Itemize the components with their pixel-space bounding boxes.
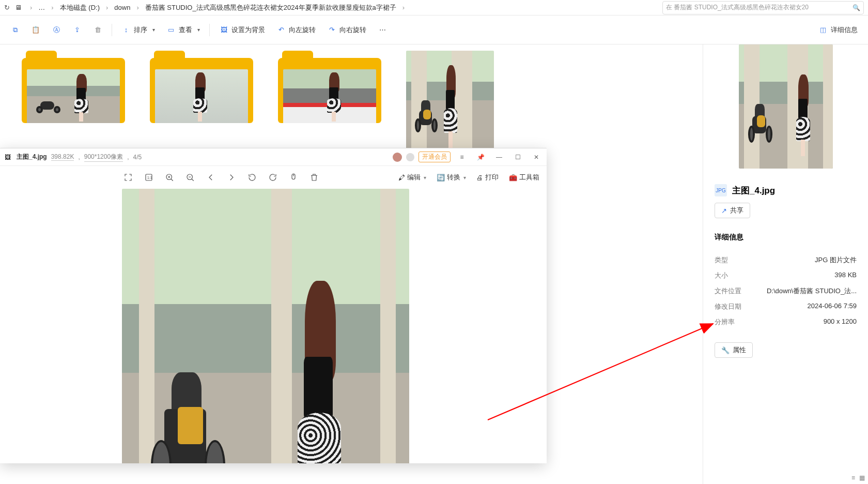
viewer-filename: 主图_4.jpg [17, 153, 47, 161]
search-placeholder: 在 番茄酱 STUDIO_法式高级感黑色碎花连衣裙女20 [666, 3, 853, 12]
viewer-toolbar: 1:1 🖍编辑 🔄转换 🖨打印 🧰工具箱 [0, 166, 547, 189]
more-button[interactable]: ⋯ [373, 20, 392, 40]
properties-button[interactable]: 🔧 属性 [715, 342, 753, 358]
details-list: 类型JPG 图片文件 大小398 KB 文件位置D:\down\番茄酱 STUD… [710, 249, 861, 333]
edit-icon: 🖍 [398, 174, 405, 182]
paste-button[interactable]: 📋 [26, 20, 45, 40]
avatar-icon [393, 153, 402, 162]
details-toggle-button[interactable]: ◫详细信息 [813, 20, 863, 40]
paste-icon: 📋 [31, 25, 40, 35]
detail-row-modified: 修改日期2024-06-06 7:59 [715, 302, 857, 311]
view-dropdown[interactable]: ▭查看 [161, 20, 205, 40]
close-button[interactable]: ✕ [529, 150, 544, 164]
mouse-mode-button[interactable] [284, 168, 303, 187]
breadcrumb-more[interactable]: … [38, 4, 45, 11]
chevron-right-icon: › [106, 4, 108, 11]
share-icon: ↗ [721, 207, 727, 215]
sort-icon: ↕ [121, 25, 131, 35]
fit-button[interactable]: 1:1 [140, 168, 158, 187]
rename-button[interactable]: Ⓐ [47, 20, 66, 40]
image-viewer-window: 🖼 主图_4.jpg 398.82K , 900*1200像素 , 4/5 开通… [0, 148, 547, 463]
set-background-button[interactable]: 🖼设置为背景 [214, 20, 270, 40]
menu-icon[interactable]: ≡ [455, 150, 469, 164]
next-button[interactable] [222, 168, 241, 187]
zoom-out-button[interactable] [181, 168, 199, 187]
detail-row-location: 文件位置D:\down\番茄酱 STUDIO_法... [715, 286, 857, 296]
rotate-left-button[interactable]: ↶向左旋转 [271, 20, 321, 40]
user-chip[interactable] [393, 153, 402, 162]
viewer-titlebar[interactable]: 🖼 主图_4.jpg 398.82K , 900*1200像素 , 4/5 开通… [0, 148, 547, 166]
share-icon: ⇪ [72, 25, 82, 35]
viewer-filesize: 398.82K [51, 153, 74, 161]
rotate-left-icon: ↶ [276, 25, 286, 35]
status-bar: ≡ ▦ [837, 472, 868, 484]
svg-text:1:1: 1:1 [147, 176, 152, 179]
wrench-icon: 🔧 [721, 346, 730, 354]
search-input[interactable]: 在 番茄酱 STUDIO_法式高级感黑色碎花连衣裙女20 🔍 [662, 1, 864, 14]
zoom-in-button[interactable] [160, 168, 179, 187]
copy-button[interactable]: ⧉ [5, 20, 25, 40]
sort-dropdown[interactable]: ↕排序 [116, 20, 160, 40]
rotate-right-button[interactable]: ↷向右旋转 [322, 20, 371, 40]
folder-item[interactable] [150, 51, 253, 152]
print-icon: 🖨 [476, 174, 483, 182]
trash-icon: 🗑 [93, 25, 102, 35]
chevron-right-icon: › [51, 4, 53, 11]
edit-dropdown[interactable]: 🖍编辑 [394, 168, 430, 187]
preview-image [739, 44, 833, 169]
status-dot [406, 153, 414, 161]
breadcrumb-disk[interactable]: 本地磁盘 (D:) [60, 3, 100, 12]
viewer-counter: 4/5 [133, 154, 142, 161]
detail-row-type: 类型JPG 图片文件 [715, 255, 857, 265]
details-panel: JPG 主图_4.jpg ↗ 共享 详细信息 类型JPG 图片文件 大小398 … [703, 44, 868, 484]
share-button[interactable]: ⇪ [67, 20, 87, 40]
rotate-left-label: 向左旋转 [289, 25, 316, 35]
file-item[interactable] [406, 51, 494, 152]
fullscreen-button[interactable] [119, 168, 137, 187]
rotate-right-button[interactable] [264, 168, 282, 187]
copy-icon: ⧉ [10, 25, 20, 35]
grid-view-icon[interactable]: ▦ [859, 474, 865, 481]
folder-item[interactable] [278, 51, 381, 152]
breadcrumb-down[interactable]: down [114, 4, 130, 11]
file-name: 主图_4.jpg [732, 185, 775, 196]
chevron-right-icon: › [136, 4, 138, 11]
details-heading: 详细信息 [715, 233, 743, 242]
print-button[interactable]: 🖨打印 [472, 168, 503, 187]
maximize-button[interactable]: ☐ [510, 150, 525, 164]
share-label: 共享 [730, 206, 743, 215]
chevron-right-icon: › [30, 4, 32, 11]
chevron-right-icon: › [402, 4, 405, 11]
main-area: JPG 主图_4.jpg ↗ 共享 详细信息 类型JPG 图片文件 大小398 … [0, 44, 868, 484]
rotate-left-button[interactable] [243, 168, 261, 187]
detail-row-size: 大小398 KB [715, 271, 857, 280]
convert-dropdown[interactable]: 🔄转换 [432, 168, 470, 187]
minimize-button[interactable]: — [492, 150, 506, 164]
rename-icon: Ⓐ [52, 25, 61, 35]
viewer-canvas[interactable] [0, 189, 547, 463]
detail-row-resolution: 分辨率900 x 1200 [715, 317, 857, 327]
folder-item[interactable] [22, 51, 125, 152]
this-pc-icon[interactable]: 🖥 [15, 4, 22, 11]
breadcrumb-current[interactable]: 番茄酱 STUDIO_法式高级感黑色碎花连衣裙女2024年夏季新款收腰显瘦短款a… [145, 3, 396, 12]
convert-icon: 🔄 [437, 174, 445, 182]
refresh-icon[interactable]: ↻ [4, 4, 10, 11]
membership-button[interactable]: 开通会员 [419, 152, 451, 162]
view-label: 查看 [179, 25, 192, 35]
toolbox-button[interactable]: 🧰工具箱 [505, 168, 544, 187]
prev-button[interactable] [202, 168, 220, 187]
displayed-image [122, 189, 409, 463]
sep-comma: , [127, 154, 129, 161]
list-view-icon[interactable]: ≡ [851, 474, 855, 481]
viewer-dims: 900*1200像素 [84, 153, 123, 162]
pin-icon[interactable]: 📌 [473, 150, 488, 164]
set-bg-label: 设置为背景 [231, 25, 265, 35]
panel-icon: ◫ [818, 25, 828, 35]
explorer-toolbar: ⧉ 📋 Ⓐ ⇪ 🗑 ↕排序 ▭查看 🖼设置为背景 ↶向左旋转 ↷向右旋转 ⋯ ◫… [0, 16, 868, 44]
file-type-icon: JPG [715, 184, 727, 196]
delete-button[interactable] [305, 168, 323, 187]
share-button[interactable]: ↗ 共享 [715, 203, 750, 218]
more-icon: ⋯ [378, 25, 387, 35]
delete-button[interactable]: 🗑 [88, 20, 107, 40]
image-icon: 🖼 [219, 25, 228, 35]
